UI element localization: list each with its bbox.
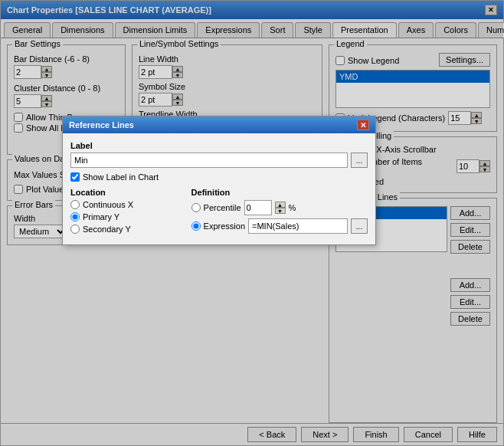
percentile-row: Percentile ▲ ▼ % — [191, 200, 368, 215]
continuous-x-radio[interactable] — [70, 200, 80, 209]
percentile-radio[interactable] — [191, 203, 201, 212]
expression-input[interactable] — [248, 218, 348, 234]
main-window: Chart Properties [SALES LINE CHART (AVER… — [0, 0, 504, 446]
primary-y-row: Primary Y — [70, 212, 179, 221]
secondary-y-label: Secondary Y — [83, 225, 131, 234]
label-section: Label ... — [70, 141, 368, 168]
reference-lines-modal: Reference Lines ✕ Label ... Show Label i… — [62, 116, 376, 245]
expression-row: Expression ... — [191, 218, 368, 234]
continuous-x-label: Continuous X — [83, 200, 133, 209]
label-input[interactable] — [70, 152, 348, 168]
expression-label: Expression — [204, 221, 245, 231]
definition-title: Definition — [191, 188, 368, 197]
show-label-checkbox[interactable] — [70, 172, 80, 182]
modal-overlay: Reference Lines ✕ Label ... Show Label i… — [1, 1, 503, 445]
location-definition-section: Location Continuous X Primary Y Secondar… — [70, 188, 368, 237]
percentile-spin-btns: ▲ ▼ — [275, 202, 286, 214]
label-browse-button[interactable]: ... — [351, 152, 368, 168]
expression-radio[interactable] — [191, 221, 201, 231]
primary-y-label: Primary Y — [83, 212, 119, 221]
location-section: Location Continuous X Primary Y Secondar… — [70, 188, 179, 237]
percentile-up[interactable]: ▲ — [275, 202, 286, 208]
percentile-down[interactable]: ▼ — [275, 208, 286, 214]
label-input-row: ... — [70, 152, 368, 168]
percentile-spinner[interactable]: ▲ ▼ — [275, 202, 286, 214]
primary-y-radio[interactable] — [70, 212, 80, 221]
secondary-y-row: Secondary Y — [70, 225, 179, 234]
percentile-symbol: % — [289, 203, 296, 212]
location-title: Location — [70, 188, 179, 197]
definition-section: Definition Percentile ▲ ▼ % — [191, 188, 368, 237]
label-section-title: Label — [70, 141, 368, 150]
modal-title-bar: Reference Lines ✕ — [63, 116, 375, 133]
secondary-y-radio[interactable] — [70, 225, 80, 234]
percentile-label: Percentile — [204, 203, 241, 212]
expression-browse-button[interactable]: ... — [351, 218, 368, 234]
modal-close-button[interactable]: ✕ — [357, 120, 369, 130]
modal-title: Reference Lines — [69, 120, 134, 130]
modal-content: Label ... Show Label in Chart Location — [63, 133, 375, 244]
show-label-label: Show Label in Chart — [83, 172, 159, 182]
percentile-input[interactable] — [244, 200, 272, 215]
continuous-x-row: Continuous X — [70, 200, 179, 209]
show-label-row: Show Label in Chart — [70, 172, 368, 182]
